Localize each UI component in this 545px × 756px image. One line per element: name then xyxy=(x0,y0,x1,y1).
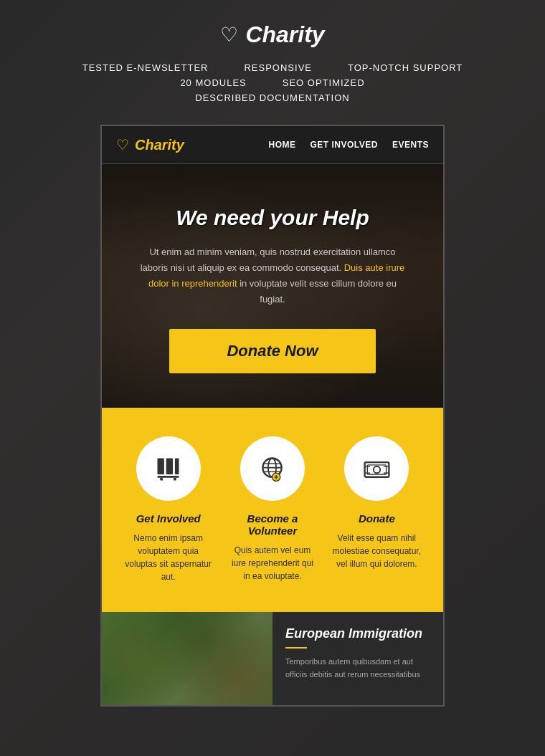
features-row-1: TESTED E-NEWSLETTER RESPONSIVE TOP-NOTCH… xyxy=(82,62,463,73)
bottom-title: European Immigration xyxy=(285,626,430,641)
svg-rect-0 xyxy=(158,458,164,474)
nav-events[interactable]: EVENTS xyxy=(392,140,429,150)
hero-body-text-2: in voluptate velit esse cillum dolore eu… xyxy=(240,278,397,305)
nav-get-involved[interactable]: GET INVOLVED xyxy=(311,140,378,150)
svg-point-16 xyxy=(374,466,380,472)
feature-card-get-involved: Get Involved Nemo enim ipsam voluptatem … xyxy=(116,436,220,583)
globe-icon xyxy=(256,453,288,485)
svg-rect-5 xyxy=(174,477,176,480)
columns-icon xyxy=(152,453,184,485)
hero-title: We need your Help xyxy=(176,206,369,230)
nav-brand-name: Charity xyxy=(135,137,184,153)
nav-links: HOME GET INVOLVED EVENTS xyxy=(269,140,429,150)
bottom-section: European Immigration Temporibus autem qu… xyxy=(102,612,443,705)
feature-card-volunteer: Become a Volunteer Quis autem vel eum iu… xyxy=(220,436,324,583)
money-icon xyxy=(361,453,393,485)
nav-heart-icon: ♡ xyxy=(116,136,129,153)
svg-rect-4 xyxy=(160,477,163,480)
get-involved-title: Get Involved xyxy=(136,512,201,525)
header-section: ♡ Charity TESTED E-NEWSLETTER RESPONSIVE… xyxy=(0,0,545,118)
bottom-content: European Immigration Temporibus autem qu… xyxy=(272,612,443,705)
bottom-image xyxy=(102,612,272,705)
top-logo: ♡ Charity xyxy=(220,21,324,48)
hero-subtitle: Ut enim ad minim veniam, quis nostrud ex… xyxy=(136,244,409,307)
donate-button[interactable]: Donate Now xyxy=(169,329,375,373)
nav-logo: ♡ Charity xyxy=(116,136,269,153)
get-involved-circle xyxy=(136,436,201,501)
bottom-text: Temporibus autem quibusdam et aut offici… xyxy=(285,656,430,681)
donate-circle xyxy=(344,436,409,501)
nav-home[interactable]: HOME xyxy=(269,140,296,150)
main-card: ♡ Charity HOME GET INVOLVED EVENTS We ne… xyxy=(100,125,445,707)
svg-rect-2 xyxy=(175,458,179,474)
volunteer-circle xyxy=(240,436,305,501)
features-list: TESTED E-NEWSLETTER RESPONSIVE TOP-NOTCH… xyxy=(82,62,463,103)
yellow-features-section: Get Involved Nemo enim ipsam voluptatem … xyxy=(102,408,443,612)
volunteer-desc: Quis autem vel eum iure reprehenderit qu… xyxy=(227,544,317,583)
feature-docs: DESCRIBED DOCUMENTATION xyxy=(195,92,349,103)
donate-desc: Velit esse quam nihil molestiae consequa… xyxy=(332,532,422,570)
feature-newsletter: TESTED E-NEWSLETTER xyxy=(82,62,209,73)
feature-responsive: RESPONSIVE xyxy=(244,62,312,73)
features-row-3: DESCRIBED DOCUMENTATION xyxy=(195,92,349,103)
svg-rect-3 xyxy=(158,475,179,477)
top-brand-name: Charity xyxy=(245,21,324,48)
bottom-divider xyxy=(285,647,307,649)
svg-rect-1 xyxy=(166,458,173,474)
volunteer-title: Become a Volunteer xyxy=(227,512,317,537)
get-involved-desc: Nemo enim ipsam voluptatem quia voluptas… xyxy=(123,532,213,583)
features-row-2: 20 MODULES SEO OPTIMIZED xyxy=(180,77,364,88)
feature-modules: 20 MODULES xyxy=(180,77,246,88)
feature-card-donate: Donate Velit esse quam nihil molestiae c… xyxy=(325,436,429,583)
donate-title: Donate xyxy=(359,512,395,525)
feature-support: TOP-NOTCH SUPPORT xyxy=(348,62,463,73)
heart-icon: ♡ xyxy=(220,23,238,47)
feature-seo: SEO OPTIMIZED xyxy=(283,77,365,88)
hero-section: We need your Help Ut enim ad minim venia… xyxy=(102,164,443,408)
navbar: ♡ Charity HOME GET INVOLVED EVENTS xyxy=(102,126,443,164)
